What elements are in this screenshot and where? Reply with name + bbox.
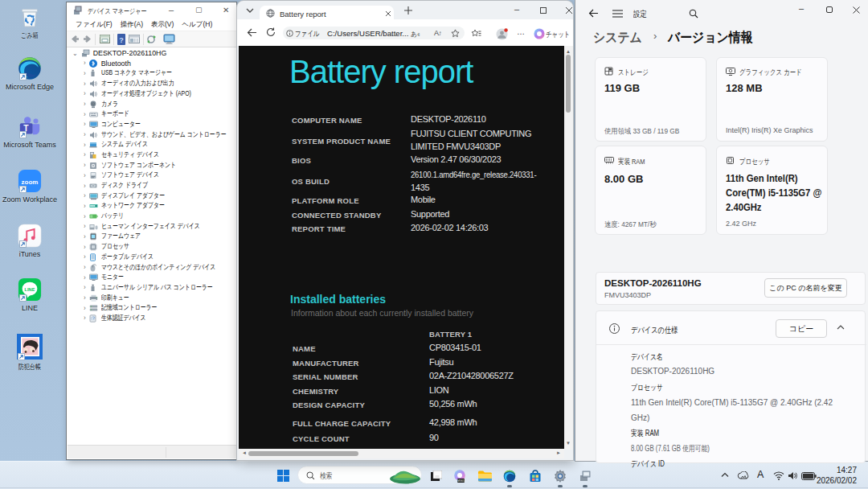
- svg-text:?: ?: [119, 36, 124, 44]
- svg-text:zoom: zoom: [22, 179, 39, 186]
- svg-text:M365: M365: [457, 479, 465, 483]
- svg-text:LINE: LINE: [25, 287, 35, 292]
